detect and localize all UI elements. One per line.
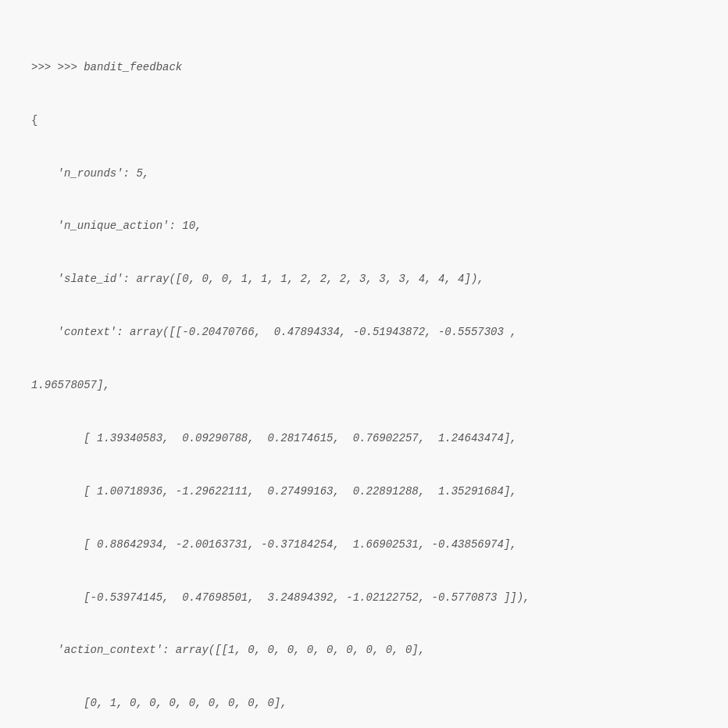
code-line-11: [0, 1, 0, 0, 0, 0, 0, 0, 0, 0], xyxy=(31,694,697,712)
code-line-6: [ 1.39340583, 0.09290788, 0.28174615, 0.… xyxy=(31,430,697,448)
open-brace-line: { xyxy=(31,112,697,130)
code-line-7: [ 1.00718936, -1.29622111, 0.27499163, 0… xyxy=(31,483,697,501)
code-line-10: 'action_context': array([[1, 0, 0, 0, 0,… xyxy=(31,641,697,659)
code-block: >>> >>> bandit_feedback { 'n_rounds': 5,… xyxy=(16,16,712,728)
code-line-5: 1.96578057], xyxy=(31,376,697,394)
code-line-2: 'n_unique_action': 10, xyxy=(31,217,697,235)
code-line-1: 'n_rounds': 5, xyxy=(31,165,697,183)
code-line-4: 'context': array([[-0.20470766, 0.478943… xyxy=(31,323,697,341)
code-line-9: [-0.53974145, 0.47698501, 3.24894392, -1… xyxy=(31,589,697,607)
code-line-3: 'slate_id': array([0, 0, 0, 1, 1, 1, 2, … xyxy=(31,270,697,288)
prompt-arrow: >>> xyxy=(31,61,58,73)
code-line-8: [ 0.88642934, -2.00163731, -0.37184254, … xyxy=(31,536,697,554)
variable-name: >>> bandit_feedback xyxy=(58,61,183,73)
prompt-line: >>> >>> bandit_feedback xyxy=(31,59,697,77)
